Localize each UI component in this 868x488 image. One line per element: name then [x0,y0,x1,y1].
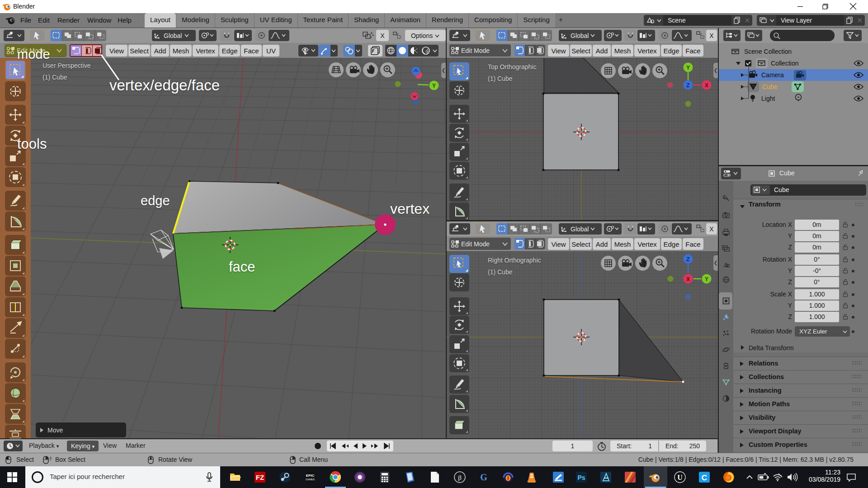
svg-text:EPIC: EPIC [306,474,315,478]
svg-text:Y: Y [686,65,690,71]
svg-text:X: X [705,82,708,89]
svg-text:C: C [702,474,707,482]
svg-text:FZ: FZ [256,474,264,481]
svg-text:Ps: Ps [577,474,585,481]
svg-text:X: X [686,276,690,282]
svg-text:Z: Z [686,82,689,89]
svg-text:U: U [677,474,683,481]
svg-text:Z: Z [686,256,689,263]
svg-text:G: G [480,472,487,482]
svg-text:GAMES: GAMES [306,478,315,481]
svg-text:Y: Y [432,83,436,89]
svg-text:Y: Y [705,276,708,282]
svg-text:β: β [458,474,462,481]
